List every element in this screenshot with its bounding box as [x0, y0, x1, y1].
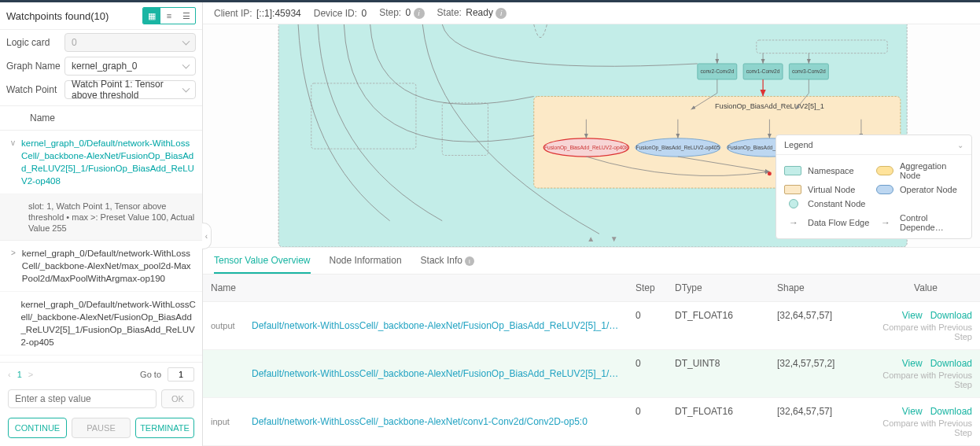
wp-name: kernel_graph_0/Default/network-WithLossC…	[22, 247, 196, 285]
step-input[interactable]	[8, 389, 157, 408]
legend-aggregation: Aggregation Node	[900, 161, 963, 180]
chevron-left-icon[interactable]: ‹	[8, 370, 11, 379]
continue-button[interactable]: CONTINUE	[8, 418, 67, 438]
chevron-down-icon[interactable]: ⌄	[957, 141, 963, 149]
state-label: State:	[437, 7, 462, 18]
list-item[interactable]: > kernel_graph_0/Default/network-WithLos…	[0, 241, 202, 292]
pager-current: 1	[17, 370, 22, 379]
scope-title: FusionOp_BiasAdd_ReLUV2[5]_1	[715, 102, 824, 110]
tensor-name-link[interactable]: Default/network-WithLossCell/_backbone-A…	[252, 368, 620, 379]
step-label: Step:	[379, 7, 401, 18]
tensor-name-link[interactable]: Default/network-WithLossCell/_backbone-A…	[252, 416, 620, 427]
list-item[interactable]: kernel_graph_0/Default/network-WithLossC…	[0, 356, 202, 362]
table-row: outputDefault/network-WithLossCell/_back…	[203, 302, 628, 350]
pause-button: PAUSE	[72, 418, 131, 438]
view-compact-button[interactable]: ☰	[178, 8, 195, 24]
watch-point-label: Watch Point	[6, 84, 61, 95]
view-list-button[interactable]: ≡	[160, 8, 178, 24]
sidebar: Watchpoints found(10) ▦ ≡ ☰ Logic card 0…	[0, 2, 203, 446]
chevron-right-icon[interactable]: >	[11, 249, 16, 285]
sidebar-controls: Logic card 0 Graph Name kernel_graph_0 W…	[0, 30, 202, 106]
info-icon[interactable]: i	[496, 8, 507, 19]
compare-link[interactable]: Compare with Previous Step	[879, 370, 972, 389]
legend-namespace: Namespace	[808, 166, 871, 175]
goto-input[interactable]	[168, 367, 194, 381]
compare-link[interactable]: Compare with Previous Step	[879, 323, 972, 341]
graph-canvas[interactable]: conv2-Conv2d conv1-Conv2d conv3-Conv2d F…	[203, 24, 980, 248]
arrow-icon: →	[876, 217, 895, 228]
table-row: inputDefault/network-WithLossCell/_backb…	[203, 398, 628, 446]
tensor-name-link[interactable]: Default/network-WithLossCell/_backbone-A…	[252, 320, 620, 331]
graph-nav-up-icon[interactable]: ▲	[584, 234, 598, 245]
table-row: Default/network-WithLossCell/_backbone-A…	[203, 350, 628, 398]
th-name: Name	[203, 275, 628, 302]
legend-operator: Operator Node	[900, 185, 963, 194]
pager: ‹ 1 > Go to	[0, 362, 202, 386]
constant-swatch	[789, 199, 798, 208]
chevron-right-icon[interactable]	[11, 300, 14, 348]
svg-rect-3	[757, 40, 887, 53]
tab-stack-info[interactable]: Stack Infoi	[421, 249, 474, 275]
legend-dataflow: Data Flow Edge	[808, 218, 871, 227]
info-icon[interactable]: i	[414, 8, 425, 19]
device-id-label: Device ID:	[314, 8, 357, 19]
legend-title: Legend	[784, 140, 813, 149]
download-link[interactable]: Download	[930, 310, 972, 321]
legend: Legend ⌄ Namespace Aggregation Node Virt…	[776, 135, 972, 239]
terminate-button[interactable]: TERMINATE	[135, 418, 194, 438]
th-dtype: DType	[667, 275, 769, 302]
download-link[interactable]: Download	[930, 358, 972, 369]
main: Client IP: [::1]:45934 Device ID: 0 Step…	[203, 2, 980, 446]
svg-text:conv3-Conv2d: conv3-Conv2d	[792, 68, 826, 74]
logic-card-select[interactable]: 0	[64, 33, 196, 52]
client-ip-value: [::1]:45934	[256, 8, 301, 19]
watchpoint-list: v kernel_graph_0/Default/network-WithLos…	[0, 131, 202, 362]
list-item[interactable]: kernel_graph_0/Default/network-WithLossC…	[0, 292, 202, 356]
client-ip-label: Client IP:	[214, 8, 252, 19]
svg-text:conv1-Conv2d: conv1-Conv2d	[746, 68, 780, 74]
sidebar-collapse-toggle[interactable]: ‹	[202, 223, 212, 249]
tab-tensor-overview[interactable]: Tensor Value Overview	[214, 249, 311, 274]
view-link[interactable]: View	[902, 406, 923, 417]
view-grid-button[interactable]: ▦	[143, 8, 160, 24]
svg-point-15	[768, 171, 772, 175]
ok-button[interactable]: OK	[161, 389, 194, 408]
logic-card-label: Logic card	[6, 37, 61, 48]
aggregation-swatch	[876, 166, 893, 175]
legend-virtual: Virtual Node	[808, 185, 871, 194]
legend-constant: Constant Node	[808, 199, 871, 208]
list-item[interactable]: v kernel_graph_0/Default/network-WithLos…	[0, 131, 202, 194]
th-value: Value	[871, 275, 980, 302]
svg-text:FusionOp_BiasAdd_ReLUV2-op408: FusionOp_BiasAdd_ReLUV2-op408	[544, 145, 628, 151]
view-link[interactable]: View	[902, 310, 923, 321]
device-id-value: 0	[361, 8, 367, 19]
wp-name-link[interactable]: kernel_graph_0/Default/network-WithLossC…	[21, 137, 196, 187]
state-value: Ready	[466, 7, 493, 18]
th-step: Step	[628, 275, 667, 302]
legend-control: Control Depende…	[900, 213, 963, 232]
svg-text:conv2-Conv2d: conv2-Conv2d	[700, 68, 734, 74]
tab-node-info[interactable]: Node Information	[330, 249, 402, 274]
info-icon[interactable]: i	[465, 256, 474, 266]
topbar: Client IP: [::1]:45934 Device ID: 0 Step…	[203, 2, 980, 24]
step-value: 0	[406, 7, 411, 18]
download-link[interactable]: Download	[930, 406, 972, 417]
watch-point-select[interactable]: Watch Point 1: Tensor above threshold	[64, 80, 196, 99]
operator-swatch	[876, 185, 893, 194]
arrow-icon: →	[784, 217, 803, 228]
watchpoints-title: Watchpoints found(10)	[6, 10, 109, 22]
goto-label: Go to	[140, 370, 161, 379]
graph-name-label: Graph Name	[6, 61, 61, 72]
th-shape: Shape	[769, 275, 871, 302]
wp-name-header: Name	[0, 106, 202, 131]
compare-link[interactable]: Compare with Previous Step	[879, 418, 972, 437]
graph-name-select[interactable]: kernel_graph_0	[64, 57, 196, 76]
wp-name: kernel_graph_0/Default/network-WithLossC…	[20, 298, 196, 348]
wp-detail: slot: 1, Watch Point 1, Tensor above thr…	[0, 194, 202, 241]
chevron-right-icon[interactable]: >	[28, 370, 33, 379]
chevron-down-icon[interactable]: v	[11, 138, 15, 187]
tensor-table: Name Step DType Shape Value outputDefaul…	[203, 275, 980, 446]
view-link[interactable]: View	[902, 358, 923, 369]
namespace-swatch	[784, 166, 801, 175]
graph-nav-down-icon[interactable]: ▼	[607, 234, 621, 245]
